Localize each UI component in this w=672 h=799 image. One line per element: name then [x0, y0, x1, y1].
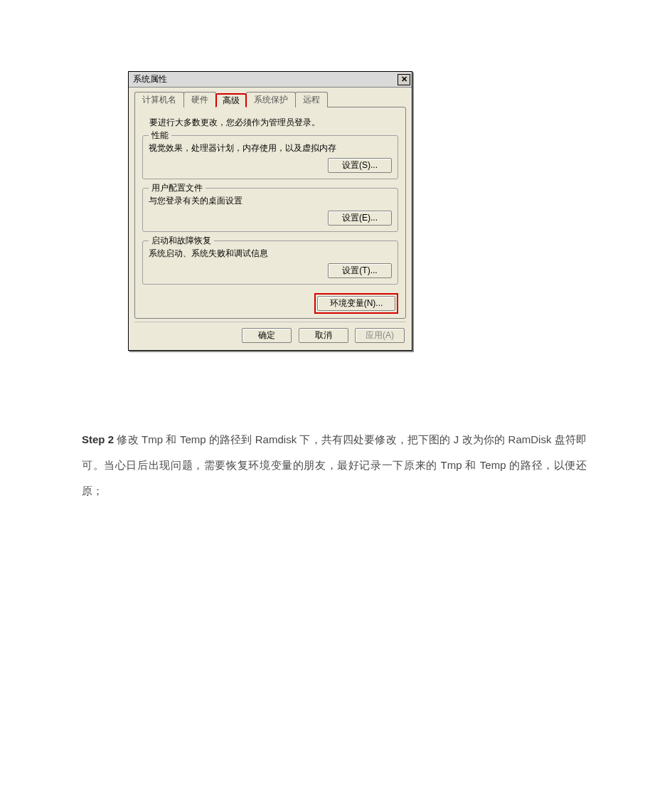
close-button[interactable]: ✕	[398, 74, 410, 85]
dialog-title: 系统属性	[133, 74, 398, 85]
dialog-body: 计算机名 硬件 高级 系统保护 远程 要进行大多数更改，您必须作为管理员登录。 …	[129, 88, 412, 350]
group-performance: 性能 视觉效果，处理器计划，内存使用，以及虚拟内存 设置(S)...	[142, 135, 398, 179]
environment-variables-highlight: 环境变量(N)...	[314, 293, 398, 314]
tab-hardware[interactable]: 硬件	[183, 92, 216, 107]
tab-page-advanced: 要进行大多数更改，您必须作为管理员登录。 性能 视觉效果，处理器计划，内存使用，…	[134, 107, 406, 319]
apply-button[interactable]: 应用(A)	[355, 328, 405, 343]
cancel-button[interactable]: 取消	[299, 328, 348, 343]
tab-remote[interactable]: 远程	[295, 92, 328, 107]
performance-settings-button[interactable]: 设置(S)...	[328, 158, 392, 173]
group-performance-legend: 性能	[149, 130, 171, 141]
group-user-profiles-desc: 与您登录有关的桌面设置	[149, 196, 392, 206]
tab-computer-name[interactable]: 计算机名	[134, 92, 184, 107]
caption-text: 修改 Tmp 和 Temp 的路径到 Ramdisk 下，共有四处要修改，把下图…	[82, 433, 587, 497]
environment-variables-button[interactable]: 环境变量(N)...	[317, 296, 395, 311]
group-user-profiles: 用户配置文件 与您登录有关的桌面设置 设置(E)...	[142, 188, 398, 232]
group-startup-recovery-desc: 系统启动、系统失败和调试信息	[149, 248, 392, 259]
group-startup-recovery: 启动和故障恢复 系统启动、系统失败和调试信息 设置(T)...	[142, 240, 398, 285]
startup-recovery-settings-button[interactable]: 设置(T)...	[328, 263, 392, 278]
titlebar[interactable]: 系统属性 ✕	[129, 72, 412, 88]
ok-button[interactable]: 确定	[242, 328, 292, 343]
admin-note: 要进行大多数更改，您必须作为管理员登录。	[149, 117, 398, 128]
close-icon: ✕	[401, 74, 407, 85]
tab-advanced[interactable]: 高级	[215, 93, 247, 107]
caption-step-label: Step 2	[82, 433, 114, 445]
group-performance-desc: 视觉效果，处理器计划，内存使用，以及虚拟内存	[149, 143, 392, 154]
tab-system-protection[interactable]: 系统保护	[246, 92, 296, 107]
group-startup-recovery-legend: 启动和故障恢复	[149, 236, 214, 246]
user-profiles-settings-button[interactable]: 设置(E)...	[328, 211, 392, 226]
caption-paragraph: Step 2 修改 Tmp 和 Temp 的路径到 Ramdisk 下，共有四处…	[82, 427, 587, 504]
environment-variables-row: 环境变量(N)...	[142, 293, 398, 314]
system-properties-dialog: 系统属性 ✕ 计算机名 硬件 高级 系统保护 远程 要进行大多数更改，您必须作为…	[128, 71, 412, 351]
group-user-profiles-legend: 用户配置文件	[149, 183, 206, 194]
dialog-bottom-buttons: 确定 取消 应用(A)	[134, 322, 406, 344]
tabstrip: 计算机名 硬件 高级 系统保护 远程	[134, 92, 406, 107]
